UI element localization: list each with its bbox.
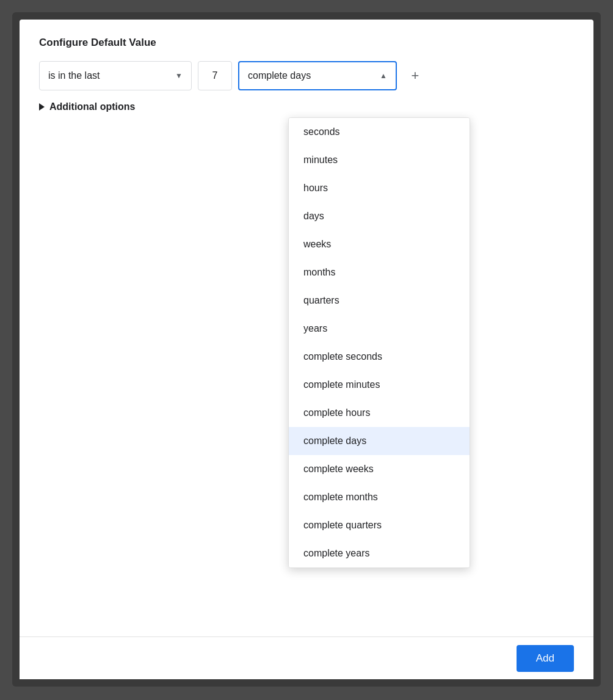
dropdown-item-hours[interactable]: hours	[289, 174, 470, 202]
add-button[interactable]: Add	[517, 645, 574, 672]
bottom-bar: Add	[20, 636, 593, 679]
panel: Configure Default Value is in the last ▼…	[20, 20, 593, 679]
additional-options-toggle[interactable]: Additional options	[39, 101, 574, 112]
unit-dropdown-arrow-icon: ▲	[380, 71, 387, 80]
dropdown-item-complete-minutes[interactable]: complete minutes	[289, 371, 470, 399]
dropdown-item-complete-days[interactable]: complete days	[289, 427, 470, 455]
dropdown-item-months[interactable]: months	[289, 258, 470, 286]
unit-dropdown-label: complete days	[248, 70, 311, 81]
add-condition-button[interactable]: +	[403, 64, 427, 88]
dropdown-item-weeks[interactable]: weeks	[289, 230, 470, 258]
panel-title: Configure Default Value	[39, 37, 574, 49]
unit-dropdown[interactable]: complete days ▲	[238, 61, 397, 90]
dropdown-item-complete-hours[interactable]: complete hours	[289, 399, 470, 427]
expand-icon	[39, 103, 45, 111]
dropdown-item-minutes[interactable]: minutes	[289, 146, 470, 174]
dropdown-item-quarters[interactable]: quarters	[289, 286, 470, 315]
dropdown-item-complete-seconds[interactable]: complete seconds	[289, 343, 470, 371]
dropdown-item-complete-weeks[interactable]: complete weeks	[289, 455, 470, 483]
dropdown-item-complete-quarters[interactable]: complete quarters	[289, 511, 470, 539]
dropdown-item-days[interactable]: days	[289, 202, 470, 230]
outer-container: Configure Default Value is in the last ▼…	[12, 12, 601, 687]
dropdown-item-complete-months[interactable]: complete months	[289, 483, 470, 511]
filter-row: is in the last ▼ complete days ▲ +	[39, 61, 574, 90]
condition-dropdown-arrow-icon: ▼	[175, 71, 183, 80]
dropdown-item-complete-years[interactable]: complete years	[289, 539, 470, 567]
condition-dropdown-label: is in the last	[48, 70, 100, 81]
dropdown-item-years[interactable]: years	[289, 315, 470, 343]
unit-dropdown-list: secondsminuteshoursdaysweeksmonthsquarte…	[288, 117, 470, 568]
additional-options-label: Additional options	[49, 101, 135, 112]
condition-dropdown[interactable]: is in the last ▼	[39, 61, 192, 90]
number-input[interactable]	[198, 61, 232, 90]
dropdown-item-seconds[interactable]: seconds	[289, 118, 470, 146]
plus-icon: +	[412, 68, 419, 84]
